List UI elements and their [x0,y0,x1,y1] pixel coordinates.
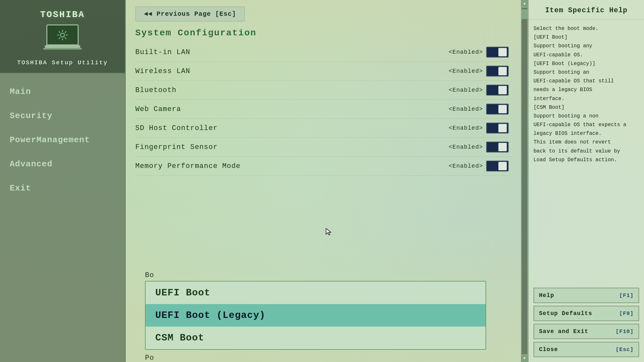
help-panel: Item Specific Help Select the boot mode.… [528,0,644,362]
toggle-bluetooth[interactable] [486,85,509,96]
save-exit-button[interactable]: Save and Exit [F10] [533,324,639,339]
power-row-partial-label: Po [135,351,502,362]
help-button-label: Help [539,292,554,299]
toggle-wireless-lan[interactable] [486,66,509,77]
close-button[interactable]: Close [Esc] [533,342,639,357]
close-key: [Esc] [616,347,634,353]
boot-mode-dropdown[interactable]: UEFI Boot UEFI Boot (Legacy) CSM Boot [145,281,486,350]
enabled-label-builtin-lan: <Enabled> [449,49,483,55]
setting-value-bluetooth: <Enabled> [438,85,509,96]
help-button[interactable]: Help [F1] [533,288,639,303]
enabled-label-fingerprint: <Enabled> [449,144,483,150]
help-text: Select the boot mode. [UEFI Boot] Suppor… [529,20,644,283]
setting-row-wireless-lan: Wireless LAN <Enabled> [135,62,509,81]
toggle-sd-host[interactable] [486,123,509,134]
page-title: System Configuration [126,25,528,40]
setting-row-memory: Memory Performance Mode <Enabled> [135,157,509,176]
setting-row-sd-host: SD Host Controller <Enabled> [135,119,509,138]
laptop-icon [43,24,82,53]
enabled-label-webcam: <Enabled> [449,106,483,112]
scroll-track [522,8,527,354]
main-content: ▲ ▼ ◄◄ Previous Page [Esc] System Config… [126,0,528,362]
enabled-label-bluetooth: <Enabled> [449,87,483,93]
sidebar: TOSHIBA [0,0,126,362]
sidebar-item-power[interactable]: PowerManagement [0,128,125,152]
gear-icon [56,29,69,42]
setting-label-memory: Memory Performance Mode [135,162,438,170]
toggle-builtin-lan[interactable] [486,47,509,58]
help-title: Item Specific Help [529,0,644,20]
close-label: Close [539,346,558,353]
setting-label-bluetooth: Bluetooth [135,86,438,94]
setting-row-bluetooth: Bluetooth <Enabled> [135,81,509,100]
svg-point-0 [61,33,64,37]
top-bar: ◄◄ Previous Page [Esc] [126,0,528,25]
sidebar-item-security[interactable]: Security [0,104,125,128]
setting-row-webcam: Web Camera <Enabled> [135,100,509,119]
setting-value-webcam: <Enabled> [438,104,509,115]
setup-defaults-label: Setup Defaults [539,310,592,317]
dropdown-option-uefi-legacy[interactable]: UEFI Boot (Legacy) [146,304,485,327]
save-exit-key: [F10] [616,329,634,335]
svg-line-7 [65,31,66,32]
sidebar-item-main[interactable]: Main [0,80,125,104]
help-buttons: Help [F1] Setup Defaults [F9] Save and E… [529,283,644,362]
setup-defaults-button[interactable]: Setup Defaults [F9] [533,306,639,321]
laptop-bottom [43,48,82,50]
scroll-up-arrow[interactable]: ▲ [521,0,528,7]
setting-value-memory: <Enabled> [438,161,509,172]
brand-name: TOSHIBA [40,10,85,20]
svg-line-5 [59,31,60,32]
scroll-down-arrow[interactable]: ▼ [521,355,528,362]
prev-page-button[interactable]: ◄◄ Previous Page [Esc] [135,6,245,22]
enabled-label-wireless-lan: <Enabled> [449,68,483,74]
setting-value-builtin-lan: <Enabled> [438,47,509,58]
svg-line-6 [65,37,66,39]
utility-title: TOSHIBA Setup Utility [17,59,108,66]
enabled-label-sd-host: <Enabled> [449,125,483,131]
setting-label-sd-host: SD Host Controller [135,124,438,132]
toggle-fingerprint[interactable] [486,142,509,153]
dropdown-option-uefi[interactable]: UEFI Boot [146,282,485,304]
setting-label-wireless-lan: Wireless LAN [135,67,438,75]
nav-items: Main Security PowerManagement Advanced E… [0,73,125,362]
enabled-label-memory: <Enabled> [449,163,483,169]
dropdown-option-csm[interactable]: CSM Boot [146,327,485,349]
scrollbar[interactable]: ▲ ▼ [521,0,528,362]
setting-row-fingerprint: Fingerprint Sensor <Enabled> [135,138,509,157]
help-button-key: [F1] [619,292,634,299]
logo-area: TOSHIBA [0,0,125,73]
setting-value-wireless-lan: <Enabled> [438,66,509,77]
settings-area: Built-in LAN <Enabled> Wireless LAN <Ena… [126,40,528,269]
setting-value-sd-host: <Enabled> [438,123,509,134]
setting-label-fingerprint: Fingerprint Sensor [135,143,438,151]
boot-row-partial-label: Bo [135,269,502,279]
setup-defaults-key: [F9] [619,311,634,317]
setting-label-webcam: Web Camera [135,105,438,113]
toggle-webcam[interactable] [486,104,509,115]
laptop-screen [46,24,79,45]
laptop-base [45,45,80,48]
svg-line-8 [59,37,60,39]
setting-value-fingerprint: <Enabled> [438,142,509,153]
save-exit-label: Save and Exit [539,328,588,335]
sidebar-item-advanced[interactable]: Advanced [0,152,125,176]
setting-label-builtin-lan: Built-in LAN [135,48,438,56]
sidebar-item-exit[interactable]: Exit [0,176,125,200]
setting-row-builtin-lan: Built-in LAN <Enabled> [135,43,509,62]
toggle-memory[interactable] [486,161,509,172]
scroll-thumb[interactable] [522,9,527,19]
